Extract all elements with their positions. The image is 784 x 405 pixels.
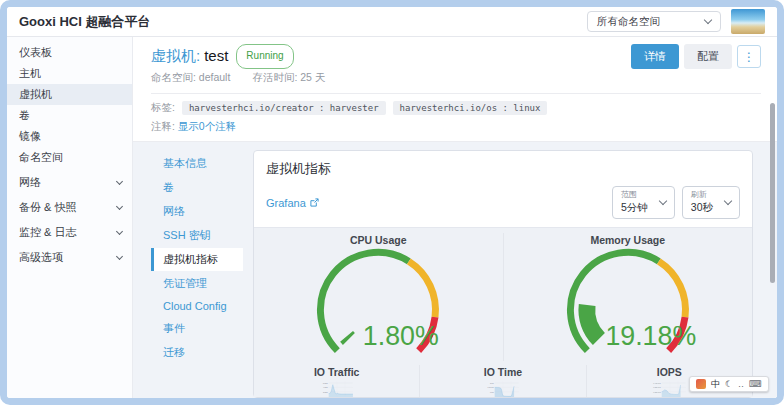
subnav-basic-info[interactable]: 基本信息 [151,152,243,175]
age-meta: 存活时间: 25 天 [252,71,325,85]
refresh-select[interactable]: 刷新 30秒 [682,186,740,219]
sidebar-item-namespaces[interactable]: 命名空间 [7,147,132,168]
svg-text:4 kB/s: 4 kB/s [323,386,328,388]
grafana-dashboard: CPU Usage 1.80% Memory Usage 19.18% IO T… [254,227,752,397]
subnav-events[interactable]: 事件 [151,317,243,340]
io-time-chart: 2 ms1.50 ms1 ms [420,380,585,397]
io-traffic-chart: 5 kB/s4 kB/s3 kB/s [254,380,419,397]
header-actions: 详情 配置 ⋮ [631,44,761,69]
labels-label: 标签: [151,101,175,115]
chevron-down-icon [659,196,667,204]
sidebar: 仪表板 主机 虚拟机 卷 镜像 命名空间 网络 备份 & 快照 监控 & 日志 … [7,37,133,398]
external-link-icon [310,198,319,207]
metrics-panel-header: 虚拟机指标 Grafana 范围 5分钟 [254,151,752,227]
vm-meta-row: 命名空间: default 存活时间: 25 天 [151,71,761,85]
sidebar-item-hosts[interactable]: 主机 [7,63,132,84]
chevron-down-icon [116,178,123,185]
svg-text:0.300 io/s: 0.300 io/s [653,386,660,388]
vm-detail-body: 基本信息 卷 网络 SSH 密钥 虚拟机指标 凭证管理 Cloud Config… [133,141,777,398]
svg-text:0.200 io/s: 0.200 io/s [653,391,660,393]
cpu-usage-gauge: 1.80% [259,248,497,356]
subnav-volumes[interactable]: 卷 [151,176,243,199]
kebab-menu-icon: ⋮ [743,50,755,64]
ime-toolbar: 中 ☾ ‥ ⌨ [689,376,769,392]
resource-type-label: 虚拟机: [151,47,200,64]
scrollbar[interactable] [770,103,775,283]
divider [151,93,761,94]
vm-name: test [204,47,228,64]
subnav-vm-metrics[interactable]: 虚拟机指标 [151,248,243,271]
namespace-filter-value: 所有命名空间 [597,15,660,29]
svg-text:1 ms: 1 ms [490,391,494,393]
metrics-controls: 范围 5分钟 刷新 30秒 [612,186,740,219]
ime-night-mode-icon[interactable]: ☾ [725,379,733,389]
more-actions-button[interactable]: ⋮ [737,45,761,68]
subnav-credentials[interactable]: 凭证管理 [151,272,243,295]
app-title: Gooxi HCI 超融合平台 [19,13,150,31]
svg-text:1.50 ms: 1.50 ms [488,386,494,388]
refresh-select-label: 刷新 [691,189,713,200]
labels-row: 标签: harvesterhci.io/creator : harvester … [151,101,761,115]
subnav-networks[interactable]: 网络 [151,200,243,223]
svg-text:0.400 io/s: 0.400 io/s [653,382,660,384]
chart-title: IO Traffic [254,365,419,380]
avatar[interactable] [731,9,765,34]
label-chip: harvesterhci.io/creator : harvester [182,101,386,115]
svg-text:5 kB/s: 5 kB/s [323,382,328,384]
sidebar-group-monitoring-logs[interactable]: 监控 & 日志 [7,222,132,243]
top-bar: Gooxi HCI 超融合平台 所有命名空间 [7,7,777,37]
sidebar-group-backup-snapshots[interactable]: 备份 & 快照 [7,197,132,218]
sidebar-item-volumes[interactable]: 卷 [7,105,132,126]
chart-title: Memory Usage [504,233,753,248]
annotations-label: 注释: [151,120,175,132]
show-annotations-link[interactable]: 显示0个注释 [178,120,236,132]
subnav-cloud-config[interactable]: Cloud Config [151,296,243,316]
ime-more-icon[interactable]: ‥ [738,379,744,389]
svg-text:19.18%: 19.18% [605,321,696,351]
svg-text:3 kB/s: 3 kB/s [323,391,328,393]
vm-metrics-panel: 虚拟机指标 Grafana 范围 5分钟 [253,150,753,398]
chevron-down-icon [724,196,732,204]
range-select[interactable]: 范围 5分钟 [612,186,675,219]
sidebar-item-dashboard[interactable]: 仪表板 [7,42,132,63]
chart-title: IO Time [420,365,585,380]
ime-keyboard-icon[interactable]: ⌨ [749,379,762,389]
ime-logo-icon[interactable] [696,379,706,389]
annotations-row: 注释: 显示0个注释 [151,120,761,134]
svg-text:1.80%: 1.80% [363,321,439,351]
subnav-ssh-keys[interactable]: SSH 密钥 [151,224,243,247]
refresh-select-value: 30秒 [691,201,713,215]
chevron-down-icon [704,16,712,24]
details-button[interactable]: 详情 [631,44,679,69]
io-time-panel: IO Time 2 ms1.50 ms1 ms [420,365,586,397]
topbar-right: 所有命名空间 [587,9,765,34]
memory-usage-panel: Memory Usage 19.18% [504,233,753,361]
window-frame: Gooxi HCI 超融合平台 所有命名空间 仪表板 主机 虚拟机 卷 镜像 命… [0,0,784,405]
cpu-usage-panel: CPU Usage 1.80% [254,233,504,361]
metrics-panel-title: 虚拟机指标 [266,160,740,178]
status-badge: Running [236,44,293,69]
label-chip: harvesterhci.io/os : linux [393,101,548,115]
config-button[interactable]: 配置 [684,44,732,69]
grafana-link[interactable]: Grafana [266,197,319,209]
main-content: 虚拟机:testRunning 详情 配置 ⋮ 命名空间: default 存活… [133,37,777,398]
chevron-down-icon [116,203,123,210]
vm-detail-header: 虚拟机:testRunning 详情 配置 ⋮ 命名空间: default 存活… [133,37,777,141]
sidebar-item-images[interactable]: 镜像 [7,126,132,147]
subnav-migration[interactable]: 迁移 [151,341,243,364]
io-traffic-panel: IO Traffic 5 kB/s4 kB/s3 kB/s [254,365,420,397]
ime-chinese-mode-icon[interactable]: 中 [711,379,720,389]
chart-title: CPU Usage [254,233,503,248]
page-title: 虚拟机:testRunning [151,44,294,69]
sidebar-group-networks[interactable]: 网络 [7,172,132,193]
chevron-down-icon [116,253,123,260]
detail-subnav: 基本信息 卷 网络 SSH 密钥 虚拟机指标 凭证管理 Cloud Config… [151,150,243,398]
namespace-meta: 命名空间: default [151,71,230,85]
range-select-value: 5分钟 [621,201,648,215]
namespace-filter-select[interactable]: 所有命名空间 [587,11,721,32]
sidebar-item-virtual-machines[interactable]: 虚拟机 [7,84,132,105]
range-select-label: 范围 [621,189,648,200]
chevron-down-icon [116,228,123,235]
sidebar-group-advanced[interactable]: 高级选项 [7,247,132,268]
memory-usage-gauge: 19.18% [509,248,747,356]
